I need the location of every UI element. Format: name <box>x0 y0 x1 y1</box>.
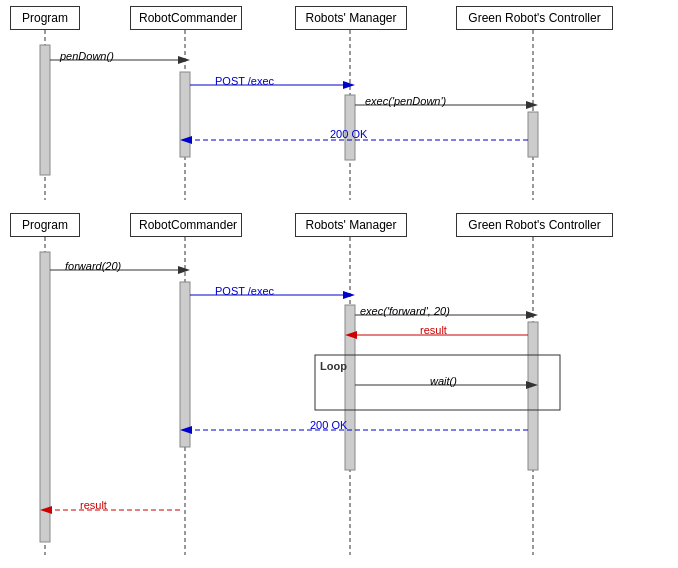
svg-marker-29 <box>526 311 538 319</box>
svg-marker-31 <box>345 331 357 339</box>
actor-program-1: Program <box>10 6 80 30</box>
msg-pendown: penDown() <box>60 50 114 62</box>
svg-rect-9 <box>180 72 190 157</box>
svg-rect-8 <box>40 45 50 175</box>
sequence-diagram: Loop Program RobotCommander Robots' Mana… <box>0 0 678 568</box>
svg-rect-23 <box>528 322 538 470</box>
actor-greenctrl-2: Green Robot's Controller <box>456 213 613 237</box>
actor-robotcmd-1: RobotCommander <box>130 6 242 30</box>
svg-marker-39 <box>40 506 52 514</box>
msg-forward20: forward(20) <box>65 260 121 272</box>
svg-rect-11 <box>528 112 538 157</box>
svg-marker-25 <box>178 266 190 274</box>
msg-result-2: result <box>80 499 107 511</box>
svg-marker-15 <box>343 81 355 89</box>
svg-marker-19 <box>180 136 192 144</box>
diagram-svg: Loop <box>0 0 678 568</box>
msg-result-1: result <box>420 324 447 336</box>
svg-rect-22 <box>345 305 355 470</box>
msg-exec-forward: exec('forward', 20) <box>360 305 450 317</box>
actor-robotmgr-2: Robots' Manager <box>295 213 407 237</box>
svg-marker-27 <box>343 291 355 299</box>
msg-post-exec-1: POST /exec <box>215 75 274 87</box>
svg-marker-13 <box>178 56 190 64</box>
svg-text:Loop: Loop <box>320 360 347 372</box>
msg-wait: wait() <box>430 375 457 387</box>
msg-200ok-2: 200 OK <box>310 419 347 431</box>
svg-rect-20 <box>40 252 50 542</box>
svg-marker-17 <box>526 101 538 109</box>
svg-marker-37 <box>180 426 192 434</box>
msg-exec-pendown: exec('penDown') <box>365 95 446 107</box>
msg-200ok-1: 200 OK <box>330 128 367 140</box>
svg-marker-35 <box>526 381 538 389</box>
actor-robotcmd-2: RobotCommander <box>130 213 242 237</box>
msg-post-exec-2: POST /exec <box>215 285 274 297</box>
svg-rect-21 <box>180 282 190 447</box>
actor-greenctrl-1: Green Robot's Controller <box>456 6 613 30</box>
actor-robotmgr-1: Robots' Manager <box>295 6 407 30</box>
actor-program-2: Program <box>10 213 80 237</box>
